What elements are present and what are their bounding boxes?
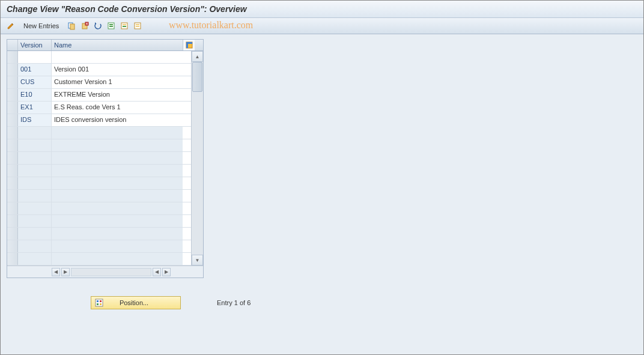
svg-rect-5: [109, 24, 113, 25]
cell-version[interactable]: [18, 51, 52, 63]
cell-name[interactable]: EXTREME Version: [52, 89, 183, 101]
cell-version: [18, 139, 52, 151]
svg-rect-9: [123, 26, 126, 27]
cell-name: [52, 253, 183, 265]
cell-name[interactable]: Customer Version 1: [52, 76, 183, 88]
row-selector: [7, 240, 18, 252]
svg-rect-8: [123, 24, 126, 25]
row-selector: [7, 177, 18, 189]
row-selector: [7, 139, 18, 151]
svg-rect-17: [97, 300, 99, 302]
row-selector[interactable]: [7, 51, 18, 63]
cell-version: [18, 202, 52, 214]
h-scroll-right-button[interactable]: ◀: [153, 268, 161, 276]
watermark-text: www.tutorialkart.com: [169, 20, 253, 31]
cell-name: [52, 152, 183, 164]
horizontal-scrollbar[interactable]: ◀ ▶ ◀ ▶: [52, 268, 171, 276]
cell-name[interactable]: Version 001: [52, 64, 183, 76]
cell-version: [18, 127, 52, 139]
row-selector[interactable]: [7, 114, 18, 126]
svg-rect-1: [70, 24, 74, 29]
row-selector[interactable]: [7, 102, 18, 114]
h-scroll-left-button[interactable]: ▶: [61, 268, 70, 276]
cell-version[interactable]: EX1: [18, 102, 52, 114]
h-scroll-last-button[interactable]: ▶: [162, 268, 171, 276]
scroll-up-button[interactable]: ▲: [192, 51, 203, 62]
cell-version[interactable]: CUS: [18, 76, 52, 88]
row-selector[interactable]: [7, 64, 18, 76]
cell-version: [18, 228, 52, 240]
scroll-down-button[interactable]: ▼: [192, 255, 203, 265]
table-row[interactable]: EX1E.S Reas. code Vers 1: [7, 102, 191, 114]
position-icon: [95, 299, 103, 307]
row-selector: [7, 190, 18, 202]
cell-version: [18, 152, 52, 164]
h-scroll-track[interactable]: [71, 268, 151, 276]
title-bar: Change View "Reason Code Conversion Vers…: [1, 1, 643, 18]
svg-rect-12: [136, 26, 139, 27]
table-row: [7, 165, 191, 177]
toolbar: New Entries www.tutorialkart.com: [1, 18, 643, 34]
page-title: Change View "Reason Code Conversion Vers…: [7, 4, 637, 14]
table-row: [7, 215, 191, 228]
table-footer: ◀ ▶ ◀ ▶: [7, 265, 203, 278]
row-selector: [7, 127, 18, 139]
cell-name: [52, 127, 183, 139]
delete-icon[interactable]: [79, 20, 90, 31]
cell-version[interactable]: 001: [18, 64, 52, 76]
table-row[interactable]: 001Version 001: [7, 64, 191, 76]
table-row: [7, 240, 191, 253]
cell-version[interactable]: IDS: [18, 114, 52, 126]
cell-name[interactable]: [52, 51, 183, 63]
cell-version: [18, 240, 52, 252]
table-row: [7, 253, 191, 265]
svg-rect-16: [96, 299, 103, 306]
select-block-icon[interactable]: [119, 20, 130, 31]
table-body: 001Version 001CUSCustomer Version 1E10EX…: [7, 51, 203, 265]
table-row: [7, 228, 191, 240]
row-selector: [7, 228, 18, 240]
table-row[interactable]: IDSIDES conversion version: [7, 114, 191, 127]
row-selector: [7, 165, 18, 177]
new-entries-button[interactable]: New Entries: [19, 21, 64, 31]
toggle-display-change-icon[interactable]: [5, 20, 16, 31]
position-button[interactable]: Position...: [91, 296, 181, 309]
cell-version: [18, 165, 52, 177]
cell-name: [52, 165, 183, 177]
cell-name: [52, 202, 183, 214]
deselect-all-icon[interactable]: [132, 20, 143, 31]
cell-name[interactable]: IDES conversion version: [52, 114, 183, 126]
scroll-thumb[interactable]: [192, 62, 202, 92]
table-row[interactable]: [7, 51, 191, 64]
svg-rect-11: [136, 24, 139, 25]
select-all-column-header[interactable]: [7, 40, 18, 50]
table-settings-icon[interactable]: [183, 40, 195, 50]
cell-name: [52, 177, 183, 189]
copy-as-icon[interactable]: [66, 20, 77, 31]
row-selector: [7, 215, 18, 227]
column-header-name[interactable]: Name: [52, 40, 183, 50]
table-row: [7, 177, 191, 190]
table-row: [7, 190, 191, 202]
svg-rect-15: [186, 42, 192, 44]
row-selector: [7, 202, 18, 214]
row-selector[interactable]: [7, 76, 18, 88]
column-header-version[interactable]: Version: [18, 40, 52, 50]
cell-version: [18, 190, 52, 202]
row-selector: [7, 253, 18, 265]
cell-name: [52, 228, 183, 240]
scroll-track[interactable]: [192, 62, 203, 255]
select-all-icon[interactable]: [106, 20, 117, 31]
undo-change-icon[interactable]: [93, 20, 103, 31]
table-row: [7, 127, 191, 139]
cell-version[interactable]: E10: [18, 89, 52, 101]
row-selector[interactable]: [7, 89, 18, 101]
table-row[interactable]: E10EXTREME Version: [7, 89, 191, 102]
entry-status-text: Entry 1 of 6: [217, 299, 251, 306]
vertical-scrollbar[interactable]: ▲ ▼: [191, 51, 203, 265]
h-scroll-first-button[interactable]: ◀: [52, 268, 60, 276]
table-row[interactable]: CUSCustomer Version 1: [7, 76, 191, 89]
content-area: Version Name 001Version 001CUSCustomer V…: [1, 34, 643, 314]
cell-name[interactable]: E.S Reas. code Vers 1: [52, 102, 183, 114]
cell-name: [52, 240, 183, 252]
